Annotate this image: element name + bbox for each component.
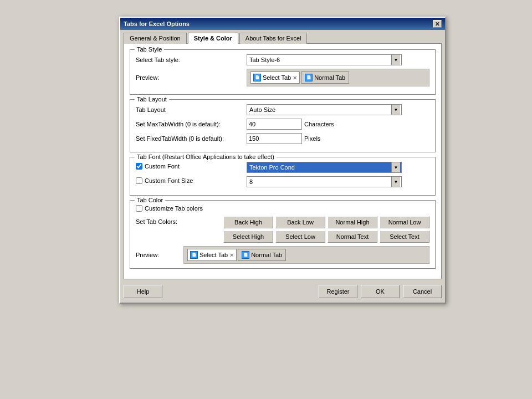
- tab-style-preview: 📄 Select Tab ✕ 📄 Normal Tab: [247, 69, 429, 86]
- max-width-unit: Characters: [304, 121, 334, 127]
- tab-general[interactable]: General & Position: [124, 33, 187, 44]
- tab-layout-section: Tab Layout Tab Layout Auto Size ▼ Set Ma…: [130, 99, 436, 152]
- back-low-button[interactable]: Back Low: [275, 216, 325, 228]
- max-width-row: Set MaxTabWidth (0 is default): Characte…: [136, 119, 429, 130]
- custom-font-checkbox-row: Custom Font: [136, 163, 247, 170]
- back-high-button[interactable]: Back High: [223, 216, 273, 228]
- custom-font-checkbox[interactable]: [136, 163, 142, 170]
- custom-font-arrow: ▼: [391, 162, 400, 172]
- normal-high-button[interactable]: Normal High: [328, 216, 377, 228]
- preview-select-tab: 📄 Select Tab ✕: [250, 71, 300, 84]
- tab-style-section: Tab Style Select Tab style: Tab Style-6 …: [130, 49, 436, 95]
- footer-right-buttons: Register OK Cancel: [319, 285, 442, 298]
- dialog-footer: Help Register OK Cancel: [120, 283, 445, 303]
- max-width-input[interactable]: [247, 119, 302, 130]
- color-select-tab-icon: 📄: [190, 251, 198, 259]
- select-tab-style-row: Select Tab style: Tab Style-6 ▼: [136, 54, 429, 65]
- layout-label: Tab Layout: [136, 106, 247, 113]
- tab-style-value: Tab Style-6: [248, 57, 391, 63]
- select-text-button[interactable]: Select Text: [380, 231, 429, 243]
- custom-size-checkbox-row: Custom Font Size: [136, 177, 247, 184]
- dialog-title-text: Tabs for Excel Options: [124, 21, 433, 27]
- select-low-button[interactable]: Select Low: [275, 231, 325, 243]
- tab-color-title: Tab Color: [135, 197, 165, 203]
- set-colors-label: Set Tab Colors:: [136, 216, 223, 243]
- preview-select-tab-close: ✕: [293, 75, 297, 81]
- color-buttons-grid: Back High Back Low Normal High Normal Lo…: [223, 216, 429, 243]
- custom-font-label: Custom Font: [145, 163, 180, 170]
- help-button[interactable]: Help: [124, 285, 162, 298]
- custom-size-arrow: ▼: [391, 177, 400, 187]
- tab-style-dropdown[interactable]: Tab Style-6 ▼: [247, 54, 402, 65]
- color-normal-tab-icon: 📄: [242, 251, 249, 259]
- custom-font-value: Tekton Pro Cond: [248, 164, 391, 171]
- layout-arrow: ▼: [391, 105, 400, 115]
- fixed-width-unit: Pixels: [304, 135, 320, 142]
- custom-size-dropdown[interactable]: 8 ▼: [247, 176, 402, 187]
- set-colors-row: Set Tab Colors: Back High Back Low Norma…: [136, 216, 429, 243]
- tab-layout-title: Tab Layout: [135, 96, 169, 103]
- custom-font-dropdown[interactable]: Tekton Pro Cond ▼: [247, 162, 402, 173]
- dialog-body: Tab Style Select Tab style: Tab Style-6 …: [124, 43, 442, 279]
- cancel-button[interactable]: Cancel: [403, 285, 442, 298]
- custom-size-value: 8: [248, 178, 391, 185]
- custom-font-row: Custom Font Tekton Pro Cond ▼: [136, 162, 429, 173]
- dialog-tab-bar: General & Position Style & Color About T…: [120, 30, 445, 43]
- tab-style-title: Tab Style: [135, 46, 164, 53]
- color-select-tab-close: ✕: [229, 252, 234, 258]
- customize-colors-checkbox[interactable]: [136, 205, 142, 212]
- fixed-width-row: Set FixedTabWidth (0 is default): Pixels: [136, 133, 429, 144]
- tab-style-preview-row: Preview: 📄 Select Tab ✕ 📄 Normal Tab: [136, 69, 429, 86]
- color-preview-row: Preview: 📄 Select Tab ✕ 📄 Normal Tab: [136, 246, 429, 264]
- select-tab-icon: 📄: [253, 74, 261, 81]
- layout-dropdown[interactable]: Auto Size ▼: [247, 104, 402, 115]
- max-width-label: Set MaxTabWidth (0 is default):: [136, 121, 247, 127]
- tab-about[interactable]: About Tabs for Excel: [239, 33, 308, 44]
- ok-button[interactable]: OK: [361, 285, 400, 298]
- preview-select-tab-text: Select Tab: [263, 74, 291, 81]
- dialog-close-button[interactable]: ✕: [433, 20, 442, 28]
- normal-low-button[interactable]: Normal Low: [380, 216, 429, 228]
- custom-size-label: Custom Font Size: [145, 177, 193, 184]
- color-preview-label: Preview:: [136, 252, 180, 258]
- normal-tab-icon: 📄: [305, 74, 313, 81]
- select-high-button[interactable]: Select High: [223, 231, 273, 243]
- select-style-label: Select Tab style:: [136, 57, 247, 63]
- layout-row: Tab Layout Auto Size ▼: [136, 104, 429, 115]
- customize-colors-label: Customize Tab colors: [145, 205, 203, 212]
- register-button[interactable]: Register: [319, 285, 357, 298]
- tab-font-section: Tab Font (Restart Office Applications to…: [130, 157, 436, 196]
- tab-style-color[interactable]: Style & Color: [188, 33, 238, 44]
- fixed-width-label: Set FixedTabWidth (0 is default):: [136, 135, 247, 142]
- tabs-for-excel-dialog: Tabs for Excel Options ✕ General & Posit…: [119, 17, 446, 304]
- color-preview-normal-tab: 📄 Normal Tab: [238, 249, 286, 261]
- dialog-title-bar: Tabs for Excel Options ✕: [120, 18, 445, 30]
- layout-value: Auto Size: [248, 106, 391, 113]
- tab-style-arrow: ▼: [391, 55, 400, 65]
- preview-normal-tab-text: Normal Tab: [314, 74, 345, 81]
- customize-colors-row: Customize Tab colors: [136, 205, 429, 212]
- normal-text-button[interactable]: Normal Text: [328, 231, 377, 243]
- preview-label-style: Preview:: [136, 74, 247, 81]
- tab-font-title: Tab Font (Restart Office Applications to…: [135, 154, 277, 160]
- color-preview-area: 📄 Select Tab ✕ 📄 Normal Tab: [183, 246, 429, 264]
- custom-size-row: Custom Font Size 8 ▼: [136, 176, 429, 187]
- custom-size-checkbox[interactable]: [136, 177, 142, 184]
- preview-normal-tab: 📄 Normal Tab: [301, 71, 349, 84]
- tab-color-section: Tab Color Customize Tab colors Set Tab C…: [130, 200, 436, 269]
- color-select-tab-text: Select Tab: [200, 252, 228, 258]
- color-normal-tab-text: Normal Tab: [251, 252, 282, 258]
- fixed-width-input[interactable]: [247, 133, 302, 144]
- color-preview-select-tab: 📄 Select Tab ✕: [187, 249, 237, 261]
